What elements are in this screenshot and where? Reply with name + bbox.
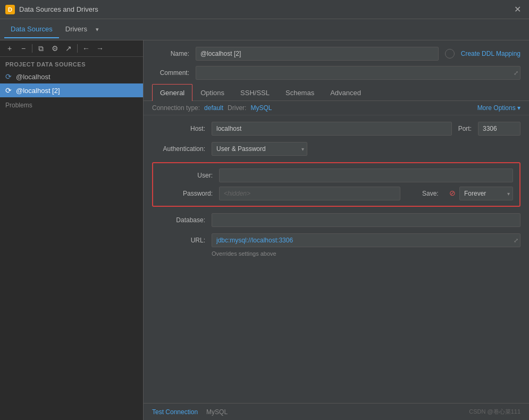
sidebar-toolbar: + − ⧉ ⚙ ↗ ← → xyxy=(0,40,143,57)
password-input[interactable] xyxy=(219,187,400,200)
url-expand-icon[interactable]: ⤢ xyxy=(514,237,518,244)
save-select[interactable]: Forever Until Restart Never xyxy=(459,187,513,200)
sidebar-item-localhost2[interactable]: ⟳ @localhost [2] xyxy=(0,83,143,97)
name-row: Name: Create DDL Mapping xyxy=(144,40,529,64)
watermark-text: CSDN @卷心菜111 xyxy=(469,408,520,416)
main-content: Name: Create DDL Mapping Comment: ⤢ Gene… xyxy=(144,40,529,420)
tab-drivers[interactable]: Drivers xyxy=(59,21,94,38)
tab-options[interactable]: Options xyxy=(192,84,232,101)
database-icon-2: ⟳ xyxy=(5,86,12,95)
test-connection-link[interactable]: Test Connection xyxy=(152,408,198,416)
dialog-body: Data Sources Drivers ▾ + − ⧉ ⚙ ↗ ← → Pro… xyxy=(0,19,529,420)
host-label: Host: xyxy=(152,125,205,132)
url-row: URL: ⤢ xyxy=(152,233,520,247)
more-options-link[interactable]: More Options ▾ xyxy=(477,104,520,112)
port-label: Port: xyxy=(458,125,472,132)
conn-type-value[interactable]: default xyxy=(204,104,223,112)
credentials-box: User: Password: Save: ⊘ Forever Until Re… xyxy=(152,162,520,207)
database-row: Database: xyxy=(152,213,520,227)
tab-data-sources[interactable]: Data Sources xyxy=(4,21,59,38)
name-label: Name: xyxy=(152,50,189,57)
user-label: User: xyxy=(159,172,213,179)
settings-button[interactable]: ⚙ xyxy=(48,43,61,54)
password-save-row: Password: Save: ⊘ Forever Until Restart … xyxy=(159,187,513,200)
tabs-row: General Options SSH/SSL Schemas Advanced xyxy=(144,84,529,101)
tab-general[interactable]: General xyxy=(152,84,192,101)
top-nav: Data Sources Drivers ▾ xyxy=(0,19,529,40)
mysql-label: MySQL xyxy=(206,408,228,416)
dialog-title: Data Sources and Drivers xyxy=(19,5,511,13)
conn-info-bar: Connection type: default Driver: MySQL M… xyxy=(144,101,529,115)
sidebar: + − ⧉ ⚙ ↗ ← → Project Data Sources ⟳ @lo… xyxy=(0,40,144,420)
database-label: Database: xyxy=(152,216,205,224)
user-row: User: xyxy=(159,169,513,182)
forward-button[interactable]: → xyxy=(94,43,106,54)
toolbar-separator-1 xyxy=(32,44,32,53)
comment-input-wrapper: ⤢ xyxy=(196,66,520,80)
export-button[interactable]: ↗ xyxy=(62,43,75,54)
body-layout: + − ⧉ ⚙ ↗ ← → Project Data Sources ⟳ @lo… xyxy=(0,40,529,420)
back-button[interactable]: ← xyxy=(80,43,93,54)
host-port-row: Host: Port: xyxy=(152,122,520,136)
save-warning-icon: ⊘ xyxy=(449,189,456,197)
form-content: Host: Port: Authentication: User & Passw… xyxy=(144,115,529,403)
problems-section[interactable]: Problems xyxy=(0,97,143,113)
name-input[interactable] xyxy=(196,47,439,61)
copy-datasource-button[interactable]: ⧉ xyxy=(35,43,47,54)
tab-advanced[interactable]: Advanced xyxy=(322,84,369,101)
add-datasource-button[interactable]: + xyxy=(3,43,16,54)
comment-input[interactable] xyxy=(196,66,520,80)
host-input[interactable] xyxy=(212,122,452,136)
port-input[interactable] xyxy=(478,122,520,136)
conn-type-label: Connection type: xyxy=(152,104,200,112)
url-label: URL: xyxy=(152,237,205,244)
sidebar-item-label-2: @localhost [2] xyxy=(16,87,60,95)
url-hint: Overrides settings above xyxy=(152,250,520,257)
sidebar-item-label-1: @localhost xyxy=(16,73,51,81)
auth-row: Authentication: User & Password No auth … xyxy=(152,142,520,156)
create-ddl-link[interactable]: Create DDL Mapping xyxy=(461,50,520,57)
database-input[interactable] xyxy=(212,213,520,227)
sidebar-item-localhost1[interactable]: ⟳ @localhost xyxy=(0,70,143,83)
app-icon: D xyxy=(5,5,15,14)
database-icon-1: ⟳ xyxy=(5,72,12,81)
driver-value[interactable]: MySQL xyxy=(250,104,272,112)
top-nav-dropdown-icon[interactable]: ▾ xyxy=(96,26,99,33)
host-group: Port: xyxy=(212,122,520,136)
project-data-sources-title: Project Data Sources xyxy=(0,57,143,70)
tab-ssh-ssl[interactable]: SSH/SSL xyxy=(232,84,278,101)
save-inline-label: Save: xyxy=(407,190,439,197)
comment-row: Comment: ⤢ xyxy=(144,64,529,84)
comment-expand-icon[interactable]: ⤢ xyxy=(514,70,518,77)
save-select-wrapper: ⊘ Forever Until Restart Never ▾ xyxy=(449,187,513,200)
toolbar-separator-2 xyxy=(77,44,78,53)
driver-label: Driver: xyxy=(228,104,246,112)
title-bar: D Data Sources and Drivers ✕ xyxy=(0,0,529,19)
auth-label: Authentication: xyxy=(152,145,205,153)
url-input[interactable] xyxy=(212,233,520,247)
password-label: Password: xyxy=(159,190,213,197)
bottom-bar: Test Connection MySQL CSDN @卷心菜111 xyxy=(144,403,529,420)
auth-select-wrapper: User & Password No auth LDAP ▾ xyxy=(212,142,307,156)
tab-schemas[interactable]: Schemas xyxy=(278,84,322,101)
user-input[interactable] xyxy=(219,169,513,182)
close-button[interactable]: ✕ xyxy=(511,3,524,16)
comment-label: Comment: xyxy=(152,69,189,77)
remove-datasource-button[interactable]: − xyxy=(17,43,30,54)
name-status-circle xyxy=(445,49,455,58)
auth-select[interactable]: User & Password No auth LDAP xyxy=(212,142,307,156)
url-input-wrapper: ⤢ xyxy=(212,233,520,247)
